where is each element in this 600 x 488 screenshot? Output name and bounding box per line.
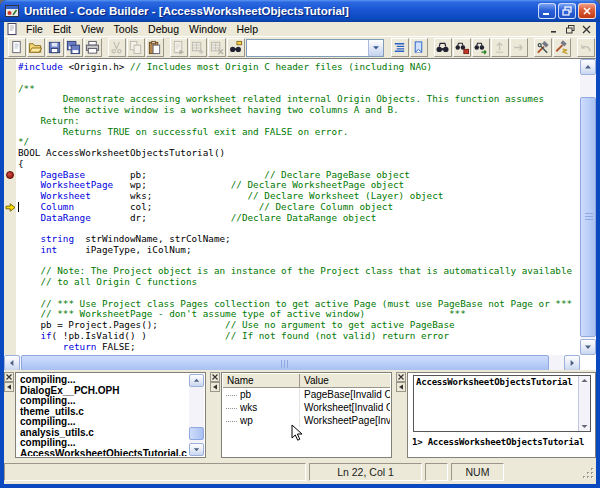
menu-items: FileEditViewToolsDebugWindowHelp xyxy=(21,22,263,36)
bookmark-button[interactable] xyxy=(410,38,428,57)
find-symbol-button[interactable] xyxy=(227,38,245,57)
scroll-left-button[interactable] xyxy=(4,355,20,371)
breakpoint-marker[interactable] xyxy=(6,171,14,179)
editor-horizontal-scrollbar[interactable] xyxy=(4,355,580,371)
document-icon[interactable] xyxy=(6,23,18,35)
find-in-files-icon xyxy=(454,40,469,55)
watch-column-header[interactable]: Name xyxy=(223,374,300,387)
code-editor[interactable]: #include <Origin.h> // Includes most Ori… xyxy=(4,58,596,370)
new-file-button[interactable] xyxy=(8,38,26,57)
output-scrollbar[interactable] xyxy=(189,374,204,456)
redo-button xyxy=(596,38,597,57)
watch-variable-name: wp xyxy=(223,414,300,427)
paste-icon xyxy=(147,40,162,55)
command-input-box[interactable]: AccessWorksheetObjectsTutorial xyxy=(413,375,591,432)
watch-row[interactable]: wksWorksheet[Invalid Ob... xyxy=(223,401,390,414)
paste-button[interactable] xyxy=(146,38,164,57)
watch-pane-toolbar xyxy=(210,372,221,458)
text-caret xyxy=(18,202,20,212)
open-file-button[interactable] xyxy=(27,38,45,57)
vertical-scroll-thumb[interactable] xyxy=(580,97,596,337)
command-box-scrollbar[interactable] xyxy=(578,376,590,431)
tree-branch-icon xyxy=(226,408,237,409)
output-window-icon xyxy=(392,40,407,55)
output-window-button[interactable] xyxy=(391,38,409,57)
save-all-button[interactable] xyxy=(65,38,83,57)
remove-table-icon xyxy=(209,40,224,55)
scroll-right-button[interactable] xyxy=(564,355,580,371)
find-in-files-button[interactable] xyxy=(453,38,471,57)
menu-edit[interactable]: Edit xyxy=(48,22,76,36)
output-line[interactable]: compiling... xyxy=(20,396,188,407)
scroll-up-button[interactable] xyxy=(580,59,596,75)
output-line[interactable]: compiling... xyxy=(20,417,188,428)
print-icon xyxy=(85,40,100,55)
menu-view[interactable]: View xyxy=(76,22,109,36)
watch-row[interactable]: wpWorksheetPage[Inval... xyxy=(223,414,390,427)
command-scroll-down-icon[interactable] xyxy=(579,422,590,430)
command-close-button[interactable] xyxy=(396,372,406,382)
command-pane: AccessWorksheetObjectsTutorial 1> Access… xyxy=(396,372,596,458)
compile-button xyxy=(170,38,188,57)
code-line: DataRange dr; //Declare DataRange object xyxy=(18,213,580,224)
next-position-icon xyxy=(511,40,526,55)
horizontal-scroll-thumb[interactable] xyxy=(21,355,549,371)
print-button[interactable] xyxy=(84,38,102,57)
save-button[interactable] xyxy=(46,38,64,57)
output-line[interactable]: compiling... xyxy=(20,375,188,386)
build-all-icon xyxy=(554,40,569,55)
output-line[interactable]: compiling... xyxy=(20,438,188,449)
app-icon[interactable] xyxy=(4,3,20,19)
watch-table-body: pbPageBase[Invalid Obj...wksWorksheet[In… xyxy=(223,388,390,427)
resize-grip[interactable] xyxy=(581,466,595,480)
watch-variable-value: PageBase[Invalid Obj... xyxy=(300,388,390,401)
editor-gutter[interactable] xyxy=(4,59,16,355)
scroll-down-button[interactable] xyxy=(580,339,596,355)
find-button[interactable] xyxy=(434,38,452,57)
menu-file[interactable]: File xyxy=(21,22,48,36)
output-pane-content[interactable]: compiling...DialogEx__PCH.OPHcompiling..… xyxy=(15,372,206,458)
save-icon xyxy=(47,40,62,55)
output-scroll-down-button[interactable] xyxy=(189,443,204,456)
copy-icon xyxy=(128,40,143,55)
find-next-button[interactable] xyxy=(472,38,490,57)
find-symbol-icon xyxy=(228,40,243,55)
copy-button xyxy=(127,38,145,57)
output-scroll-thumb[interactable] xyxy=(189,427,204,440)
menu-tools[interactable]: Tools xyxy=(109,22,144,36)
mdi-minimize-button[interactable] xyxy=(547,23,562,35)
find-icon xyxy=(435,40,450,55)
mdi-restore-button[interactable] xyxy=(563,23,578,35)
bottom-panes: compiling...DialogEx__PCH.OPHcompiling..… xyxy=(4,370,596,460)
minimize-button[interactable] xyxy=(538,3,556,19)
code-text: #include <Origin.h> // Includes most Ori… xyxy=(16,59,580,355)
window-title: Untitled - Code Builder - [AccessWorkshe… xyxy=(24,5,349,17)
combo-dropdown-button[interactable] xyxy=(368,40,383,56)
mdi-close-button[interactable] xyxy=(579,23,594,35)
find-text-input[interactable] xyxy=(247,40,368,56)
bookmark-icon xyxy=(411,40,426,55)
menu-help[interactable]: Help xyxy=(231,22,263,36)
command-dock-button[interactable] xyxy=(396,382,406,392)
menu-window[interactable]: Window xyxy=(184,22,231,36)
watch-dock-button[interactable] xyxy=(210,382,220,392)
output-dock-button[interactable] xyxy=(4,382,14,392)
build-icon xyxy=(535,40,550,55)
watch-variable-name: pb xyxy=(223,388,300,401)
watch-variable-value: Worksheet[Invalid Ob... xyxy=(300,401,390,414)
command-scroll-up-icon[interactable] xyxy=(579,377,590,385)
close-button[interactable] xyxy=(578,3,596,19)
restore-button[interactable] xyxy=(558,3,576,19)
output-scroll-up-button[interactable] xyxy=(189,374,204,387)
watch-close-button[interactable] xyxy=(210,372,220,382)
build-button[interactable] xyxy=(534,38,552,57)
watch-column-header[interactable]: Value xyxy=(300,374,390,387)
output-line[interactable]: AccessWorksheetObjectsTutorial.c xyxy=(20,449,188,457)
output-close-button[interactable] xyxy=(4,372,14,382)
editor-vertical-scrollbar[interactable] xyxy=(580,59,596,355)
menu-debug[interactable]: Debug xyxy=(143,22,184,36)
watch-row[interactable]: pbPageBase[Invalid Obj... xyxy=(223,388,390,401)
watch-pane-content: NameValue pbPageBase[Invalid Obj...wksWo… xyxy=(221,372,392,458)
build-all-button[interactable] xyxy=(553,38,571,57)
watch-variable-name: wks xyxy=(223,401,300,414)
